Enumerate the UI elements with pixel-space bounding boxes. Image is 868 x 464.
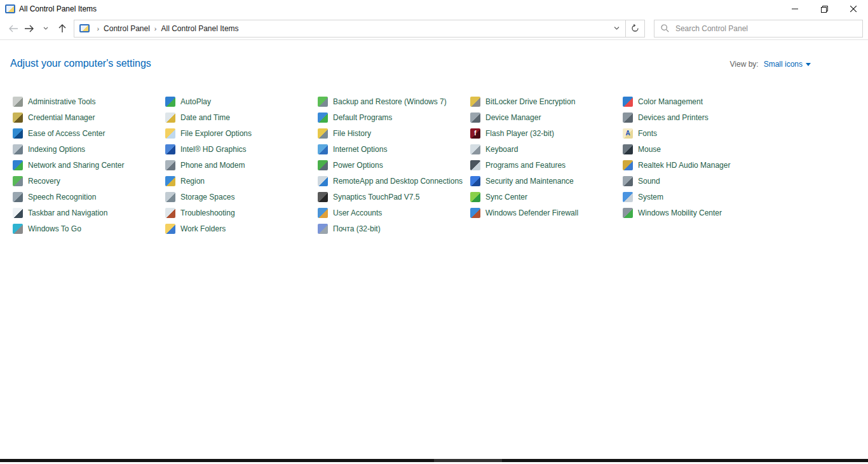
control-panel-item[interactable]: Administrative Tools [13,93,165,109]
view-by-label: View by: [730,60,759,69]
control-panel-item[interactable]: Intel® HD Graphics [165,141,318,157]
indexing-options-icon [13,144,23,154]
control-panel-item-label: Speech Recognition [28,193,96,201]
ease-of-access-icon [13,128,23,139]
control-panel-item[interactable]: File History [318,125,470,141]
address-dropdown-button[interactable] [607,20,625,37]
control-panel-item[interactable]: fFlash Player (32-bit) [470,125,623,141]
back-arrow-icon [8,25,18,32]
control-panel-item-label: Fonts [638,129,657,138]
control-panel-item-label: Windows Mobility Center [638,208,722,217]
control-panel-item[interactable]: Default Programs [318,109,470,125]
items-grid: Administrative ToolsCredential ManagerEa… [10,93,858,236]
control-panel-item[interactable]: AutoPlay [165,93,318,109]
forward-button[interactable] [22,20,38,37]
view-by-value: Small icons [764,60,803,69]
control-panel-item-label: Synaptics TouchPad V7.5 [333,193,420,201]
control-panel-item[interactable]: Windows Mobility Center [623,205,775,221]
view-by-dropdown[interactable]: Small icons [764,60,811,69]
intel-hd-graphics-icon [165,144,175,154]
restore-button[interactable] [810,0,839,18]
control-panel-item[interactable]: Power Options [318,157,470,173]
control-panel-item[interactable]: Realtek HD Audio Manager [623,157,775,173]
control-panel-item[interactable]: Security and Maintenance [470,173,623,189]
control-panel-item-label: Phone and Modem [180,161,245,170]
recent-locations-button[interactable] [37,20,54,37]
minimize-button[interactable] [780,0,810,18]
control-panel-item-label: Ease of Access Center [28,129,105,138]
control-panel-item[interactable]: Taskbar and Navigation [13,205,165,221]
control-panel-item-label: Date and Time [180,113,230,122]
control-panel-item-label: AutoPlay [180,97,211,106]
control-panel-item[interactable]: Windows To Go [13,221,165,236]
control-panel-item[interactable]: File Explorer Options [165,125,318,141]
control-panel-item-label: Intel® HD Graphics [180,145,247,154]
taskbar-edge-segment [434,459,502,462]
control-panel-item[interactable]: Mouse [623,141,775,157]
remoteapp-icon [318,176,328,186]
keyboard-icon [470,144,480,154]
back-button[interactable] [5,20,22,37]
address-bar[interactable]: › Control Panel › All Control Panel Item… [74,20,644,38]
control-panel-item[interactable]: Indexing Options [13,141,165,157]
control-panel-item[interactable]: Credential Manager [13,109,165,125]
system-icon [623,192,633,202]
window-controls [780,0,868,18]
control-panel-item[interactable]: Speech Recognition [13,189,165,205]
search-input[interactable] [674,24,862,34]
control-panel-item-label: User Accounts [333,208,382,217]
control-panel-item-label: Realtek HD Audio Manager [638,161,730,170]
mail-icon [318,224,328,234]
control-panel-item[interactable]: Sound [623,173,775,189]
caret-down-icon [806,63,811,66]
control-panel-item-label: Keyboard [485,145,518,154]
control-panel-item[interactable]: BitLocker Drive Encryption [470,93,623,109]
control-panel-item[interactable]: AFonts [623,125,775,141]
refresh-icon [631,24,639,32]
synaptics-touchpad-icon [318,192,328,202]
close-button[interactable] [839,0,868,18]
control-panel-item[interactable]: Troubleshooting [165,205,318,221]
refresh-button[interactable] [625,20,644,37]
control-panel-item[interactable]: Programs and Features [470,157,623,173]
control-panel-item-label: Programs and Features [485,161,566,170]
bitlocker-icon [470,97,480,107]
control-panel-item-label: File Explorer Options [180,129,252,138]
control-panel-item[interactable]: User Accounts [318,205,470,221]
control-panel-item[interactable]: Windows Defender Firewall [470,205,623,221]
control-panel-item[interactable]: Internet Options [318,141,470,157]
control-panel-item[interactable]: Почта (32-bit) [318,221,470,236]
windows-defender-firewall-icon [470,208,480,218]
storage-spaces-icon [165,192,175,202]
control-panel-item[interactable]: Backup and Restore (Windows 7) [318,93,470,109]
default-programs-icon [318,113,328,123]
breadcrumb-all-items[interactable]: All Control Panel Items [161,24,239,33]
autoplay-icon [165,97,175,107]
control-panel-item[interactable]: Storage Spaces [165,189,318,205]
control-panel-item[interactable]: Ease of Access Center [13,125,165,141]
up-button[interactable] [54,20,71,37]
control-panel-item[interactable]: Work Folders [165,221,318,236]
search-icon [661,24,669,32]
control-panel-item-label: Credential Manager [28,113,95,122]
page-title: Adjust your computer's settings [10,58,151,69]
control-panel-item[interactable]: Recovery [13,173,165,189]
control-panel-item[interactable]: Color Management [623,93,775,109]
control-panel-item[interactable]: Sync Center [470,189,623,205]
control-panel-item[interactable]: Synaptics TouchPad V7.5 [318,189,470,205]
windows-to-go-icon [13,224,23,234]
control-panel-item[interactable]: Region [165,173,318,189]
control-panel-item[interactable]: Keyboard [470,141,623,157]
region-icon [165,176,175,186]
control-panel-item[interactable]: System [623,189,775,205]
control-panel-item[interactable]: Phone and Modem [165,157,318,173]
control-panel-item[interactable]: Date and Time [165,109,318,125]
search-box[interactable] [654,20,863,38]
control-panel-item-label: Sync Center [485,193,527,201]
control-panel-item[interactable]: Network and Sharing Center [13,157,165,173]
control-panel-item[interactable]: RemoteApp and Desktop Connections [318,173,470,189]
breadcrumb-control-panel[interactable]: Control Panel [104,24,150,33]
control-panel-item[interactable]: Devices and Printers [623,109,775,125]
control-panel-item[interactable]: Device Manager [470,109,623,125]
view-by-control: View by: Small icons [730,60,811,69]
